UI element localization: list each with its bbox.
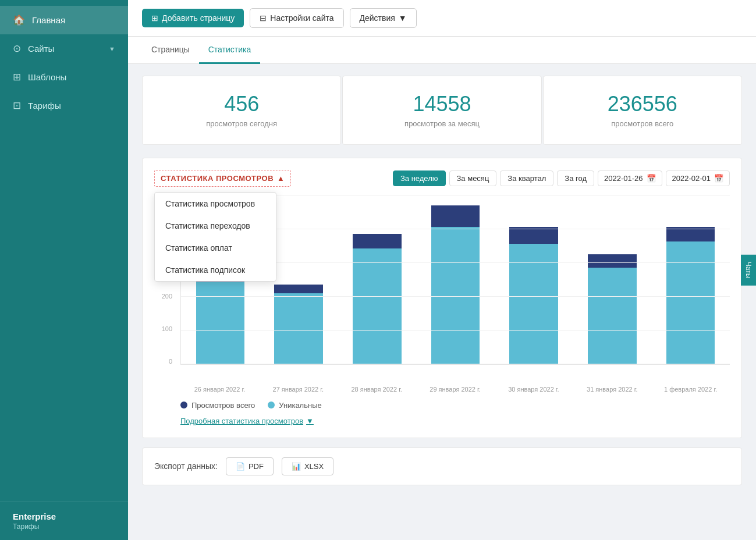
y-label-200: 200 <box>162 293 176 300</box>
export-pdf-button[interactable]: 📄 PDF <box>226 457 274 475</box>
bar-stack[interactable] <box>666 227 715 364</box>
templates-icon: ⊞ <box>13 71 21 83</box>
bar-unique-segment <box>353 248 402 364</box>
bar-unique-segment <box>274 293 323 364</box>
x-label: 29 января 2022 г. <box>416 386 495 393</box>
bar-stack[interactable] <box>196 270 245 364</box>
calendar-icon: 📅 <box>714 174 723 183</box>
calendar-icon: 📅 <box>647 174 656 183</box>
sites-icon: ⊙ <box>13 42 21 55</box>
stat-card-total: 236556 просмотров всего <box>543 76 742 145</box>
main-area: ⊞ Добавить страницу ⊟ Настройки сайта Де… <box>128 0 756 540</box>
stats-cards: 456 просмотров сегодня 14558 просмотров … <box>142 76 742 145</box>
y-label-0: 0 <box>169 358 176 365</box>
bar-total-segment <box>353 234 402 248</box>
chart-dropdown-menu: Статистика просмотров Статистика переход… <box>154 192 276 282</box>
bar-unique-segment <box>509 244 558 364</box>
chart-legend: Просмотров всего Уникальные <box>180 401 730 410</box>
dropdown-item-subscriptions[interactable]: Статистика подписок <box>155 259 276 281</box>
sidebar: 🏠 Главная ⊙ Сайты ▼ ⊞ Шаблоны ⊡ Тарифы ‹… <box>0 0 128 540</box>
legend-dot-total <box>180 402 187 408</box>
legend-dot-unique <box>268 402 275 408</box>
sidebar-item-sites[interactable]: ⊙ Сайты ▼ <box>0 34 128 63</box>
sidebar-item-label: Шаблоны <box>28 72 66 82</box>
chart-section: СТАТИСТИКА ПРОСМОТРОВ ▲ Статистика просм… <box>142 158 742 438</box>
x-label: 28 января 2022 г. <box>338 386 416 393</box>
sidebar-nav: 🏠 Главная ⊙ Сайты ▼ ⊞ Шаблоны ⊡ Тарифы <box>0 0 128 502</box>
chart-title-button[interactable]: СТАТИСТИКА ПРОСМОТРОВ ▲ <box>154 170 291 187</box>
bar-stack[interactable] <box>588 254 637 364</box>
stat-label-total: просмотров всего <box>558 119 727 128</box>
bar-unique-segment <box>666 241 715 364</box>
sidebar-item-tariffs[interactable]: ⊡ Тарифы <box>0 91 128 120</box>
xlsx-icon: 📊 <box>292 462 301 471</box>
enterprise-label: Enterprise <box>13 511 115 521</box>
actions-button[interactable]: Действия ▼ <box>350 8 417 28</box>
tab-statistics[interactable]: Статистика <box>199 37 261 64</box>
chevron-down-icon: ▼ <box>306 417 314 425</box>
toolbar: ⊞ Добавить страницу ⊟ Настройки сайта Де… <box>128 0 756 37</box>
sidebar-item-label: Тарифы <box>28 101 61 111</box>
add-page-button[interactable]: ⊞ Добавить страницу <box>142 9 244 27</box>
sidebar-footer: Enterprise Тарифы <box>0 502 128 540</box>
gridline <box>181 330 730 331</box>
site-settings-button[interactable]: ⊟ Настройки сайта <box>250 8 343 28</box>
bar-total-segment <box>274 285 323 293</box>
tab-pages[interactable]: Страницы <box>142 37 199 64</box>
dropdown-item-transitions[interactable]: Статистика переходов <box>155 215 276 237</box>
period-quarter-button[interactable]: За квартал <box>500 170 553 186</box>
bar-group <box>338 196 416 364</box>
stat-number-today: 456 <box>157 93 326 116</box>
chat-side-tab[interactable]: Чаты <box>741 255 756 286</box>
bar-group <box>651 196 730 364</box>
bar-unique-segment <box>588 268 637 364</box>
export-label: Экспорт данных: <box>154 461 218 471</box>
bar-group <box>573 196 652 364</box>
stat-number-total: 236556 <box>558 93 727 116</box>
content-area: Страницы Статистика 456 просмотров сегод… <box>128 37 756 540</box>
dropdown-item-views[interactable]: Статистика просмотров <box>155 193 276 215</box>
bar-stack[interactable] <box>353 234 402 364</box>
sidebar-item-templates[interactable]: ⊞ Шаблоны <box>0 63 128 91</box>
bar-total-segment <box>431 205 480 227</box>
stat-card-today: 456 просмотров сегодня <box>142 76 341 145</box>
stat-label-month: просмотров за месяц <box>357 119 527 128</box>
plus-icon: ⊞ <box>151 13 158 23</box>
period-year-button[interactable]: За год <box>557 170 594 186</box>
bar-total-segment <box>588 254 637 268</box>
tariffs-icon: ⊡ <box>13 100 21 112</box>
chevron-up-icon: ▲ <box>277 174 285 183</box>
dropdown-item-payments[interactable]: Статистика оплат <box>155 237 276 259</box>
legend-total: Просмотров всего <box>180 401 255 410</box>
export-xlsx-button[interactable]: 📊 XLSX <box>282 457 333 475</box>
gridline <box>181 364 730 364</box>
x-label: 31 января 2022 г. <box>573 386 651 393</box>
chevron-down-icon: ▼ <box>109 45 115 52</box>
stat-number-month: 14558 <box>357 93 527 116</box>
gridline <box>181 296 730 297</box>
bar-stack[interactable] <box>509 227 558 364</box>
bar-group <box>495 196 573 364</box>
chart-title-label: СТАТИСТИКА ПРОСМОТРОВ <box>161 174 274 183</box>
export-row: Экспорт данных: 📄 PDF 📊 XLSX <box>142 447 742 485</box>
y-label-100: 100 <box>162 325 176 332</box>
legend-unique: Уникальные <box>268 401 321 410</box>
stat-card-month: 14558 просмотров за месяц <box>342 76 541 145</box>
chart-controls: За неделю За месяц За квартал За год 202… <box>393 170 730 186</box>
sidebar-item-home[interactable]: 🏠 Главная <box>0 6 128 34</box>
home-icon: 🏠 <box>13 14 25 26</box>
x-label: 30 января 2022 г. <box>494 386 573 393</box>
bar-unique-segment <box>196 282 245 364</box>
date-from-input[interactable]: 2022-01-26 📅 <box>598 170 662 186</box>
period-month-button[interactable]: За месяц <box>449 170 497 186</box>
bar-group <box>416 196 495 364</box>
x-label: 26 января 2022 г. <box>180 386 259 393</box>
chart-title-dropdown-wrapper: СТАТИСТИКА ПРОСМОТРОВ ▲ Статистика просм… <box>154 170 291 187</box>
details-link[interactable]: Подробная статистика просмотров ▼ <box>180 417 314 425</box>
date-to-input[interactable]: 2022-02-01 📅 <box>666 170 730 186</box>
settings-icon: ⊟ <box>260 13 267 23</box>
bar-unique-segment <box>431 227 480 364</box>
period-week-button[interactable]: За неделю <box>393 170 446 186</box>
sidebar-item-label: Главная <box>32 15 65 25</box>
x-label: 27 января 2022 г. <box>259 386 338 393</box>
